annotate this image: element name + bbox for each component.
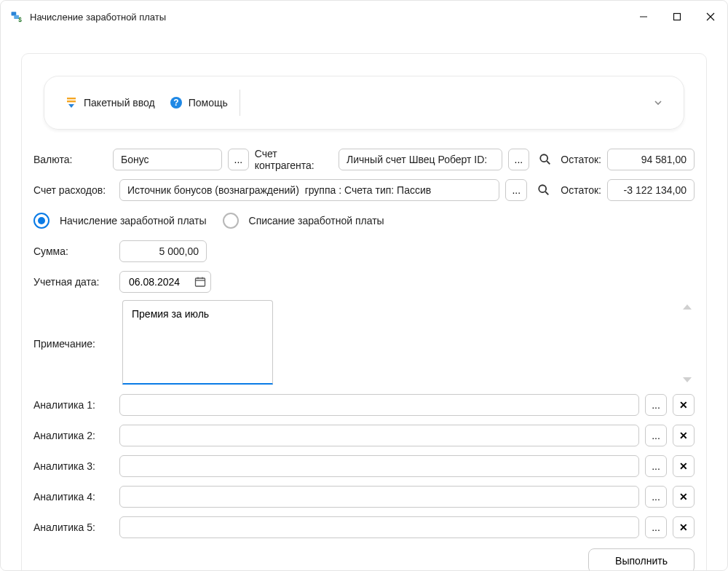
contractor-balance-label: Остаток: [561, 154, 601, 165]
analytics5-input[interactable] [119, 516, 639, 538]
calendar-icon[interactable] [194, 276, 206, 288]
analytics5-clear-button[interactable]: ✕ [673, 516, 695, 538]
posting-date-field[interactable] [119, 271, 211, 293]
contractor-account-search-button[interactable] [535, 149, 555, 170]
contractor-account-label: Счет контрагента: [255, 148, 333, 171]
close-button[interactable] [694, 1, 727, 33]
footer: Выполнить [33, 548, 695, 571]
analytics1-clear-button[interactable]: ✕ [673, 394, 695, 416]
expense-balance-label: Остаток: [561, 184, 601, 196]
note-scroll-down-icon[interactable] [683, 377, 692, 382]
analytics1-label: Аналитика 1: [33, 399, 114, 411]
note-label: Примечание: [33, 338, 114, 350]
currency-input[interactable] [113, 149, 222, 170]
row-analytics-3: Аналитика 3: ... ✕ [33, 454, 695, 479]
titlebar: $ Начисление заработной платы [1, 1, 727, 33]
svg-rect-7 [67, 98, 76, 99]
analytics2-browse-button[interactable]: ... [645, 425, 667, 446]
toolbar-expand-button[interactable] [653, 98, 663, 108]
row-currency: Валюта: ... Счет контрагента: ... Остато… [33, 147, 695, 172]
expense-account-input[interactable] [119, 179, 499, 201]
currency-label: Валюта: [33, 154, 107, 165]
app-window: $ Начисление заработной платы [0, 0, 728, 571]
svg-text:$: $ [18, 17, 22, 23]
analytics4-clear-button[interactable]: ✕ [673, 486, 695, 508]
row-expense-account: Счет расходов: ... Остаток: [33, 178, 695, 202]
svg-text:?: ? [173, 98, 178, 108]
analytics2-label: Аналитика 2: [33, 430, 114, 441]
analytics3-label: Аналитика 3: [33, 460, 114, 472]
analytics3-clear-button[interactable]: ✕ [673, 455, 695, 477]
radio-writeoff[interactable] [223, 213, 239, 229]
toolbar: Пакетный ввод ? Помощь [44, 76, 684, 130]
app-icon: $ [9, 9, 24, 24]
radio-accrual-label: Начисление заработной платы [60, 215, 207, 227]
expense-account-label: Счет расходов: [33, 184, 114, 196]
svg-rect-16 [196, 278, 205, 286]
posting-date-input[interactable] [127, 275, 189, 288]
radio-writeoff-label: Списание заработной платы [249, 215, 384, 227]
analytics1-browse-button[interactable]: ... [645, 394, 667, 416]
amount-input[interactable] [119, 240, 207, 262]
help-button[interactable]: ? Помощь [162, 93, 235, 112]
analytics1-input[interactable] [119, 394, 639, 416]
minimize-button[interactable] [627, 1, 660, 33]
svg-rect-0 [12, 12, 17, 15]
svg-point-12 [540, 154, 547, 162]
analytics5-label: Аналитика 5: [33, 521, 114, 533]
row-analytics-2: Аналитика 2: ... ✕ [33, 423, 695, 448]
analytics4-input[interactable] [119, 486, 639, 508]
row-analytics-5: Аналитика 5: ... ✕ [33, 515, 695, 540]
amount-label: Сумма: [33, 245, 114, 257]
posting-date-label: Учетная дата: [33, 276, 114, 288]
batch-input-button[interactable]: Пакетный ввод [58, 93, 162, 112]
client-area: Пакетный ввод ? Помощь [1, 33, 727, 571]
toolbar-separator [240, 90, 240, 116]
help-label: Помощь [189, 97, 228, 109]
analytics3-browse-button[interactable]: ... [645, 455, 667, 477]
analytics5-browse-button[interactable]: ... [645, 516, 667, 538]
radio-accrual[interactable] [33, 213, 50, 229]
row-analytics-1: Аналитика 1: ... ✕ [33, 393, 695, 417]
svg-marker-9 [68, 104, 74, 108]
expense-balance-value [607, 179, 695, 201]
row-posting-date: Учетная дата: [33, 269, 695, 294]
contractor-account-browse-button[interactable]: ... [508, 149, 529, 170]
note-wrap [122, 300, 695, 387]
analytics4-browse-button[interactable]: ... [645, 486, 667, 508]
maximize-button[interactable] [660, 1, 694, 33]
analytics4-label: Аналитика 4: [33, 491, 114, 503]
help-icon: ? [170, 96, 183, 109]
execute-button[interactable]: Выполнить [588, 548, 695, 571]
contractor-balance-value [607, 149, 695, 170]
row-operation-type: Начисление заработной платы Списание зар… [33, 208, 695, 233]
svg-rect-8 [67, 101, 76, 102]
batch-input-icon [65, 96, 78, 109]
row-note: Примечание: [33, 300, 695, 387]
currency-browse-button[interactable]: ... [228, 149, 249, 170]
expense-account-search-button[interactable] [533, 179, 555, 201]
form-panel: Пакетный ввод ? Помощь [21, 53, 707, 571]
row-analytics-4: Аналитика 4: ... ✕ [33, 484, 695, 509]
analytics2-input[interactable] [119, 425, 639, 446]
window-title: Начисление заработной платы [30, 12, 166, 23]
note-input[interactable] [122, 300, 273, 385]
svg-rect-4 [674, 14, 681, 20]
contractor-account-input[interactable] [339, 149, 502, 170]
svg-line-15 [546, 192, 549, 194]
svg-line-13 [547, 161, 550, 164]
note-scroll-up-icon[interactable] [683, 304, 692, 310]
svg-point-14 [539, 185, 547, 192]
analytics3-input[interactable] [119, 455, 639, 477]
expense-account-browse-button[interactable]: ... [505, 179, 527, 201]
window-buttons [627, 1, 727, 33]
row-amount: Сумма: [33, 239, 695, 264]
analytics2-clear-button[interactable]: ✕ [673, 425, 695, 446]
batch-input-label: Пакетный ввод [84, 97, 155, 109]
